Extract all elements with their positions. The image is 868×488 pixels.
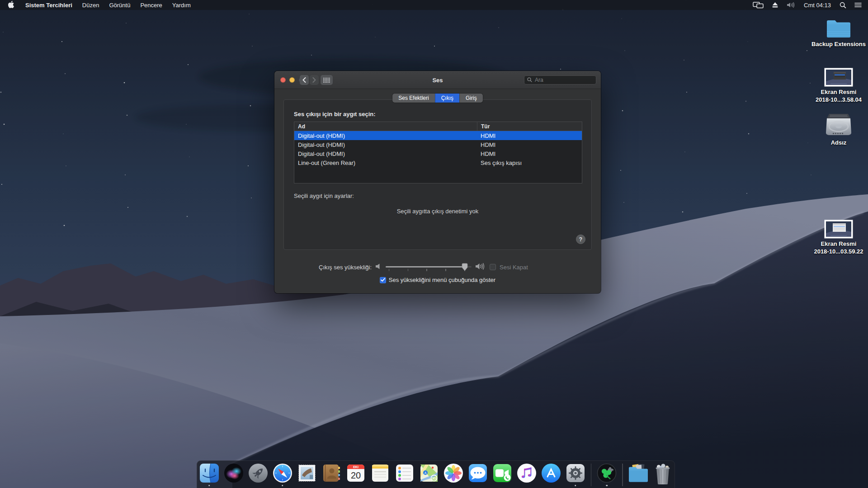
search-icon: [527, 76, 532, 84]
desktop: Sistem TercihleriDüzenGörüntüPencereYard…: [0, 0, 868, 488]
dock-item-maps[interactable]: A3D: [419, 463, 439, 487]
dock-item-mail[interactable]: [297, 463, 317, 487]
desktop-icon-label: Ekran Resmi: [811, 240, 867, 248]
menu-düzen[interactable]: Düzen: [77, 0, 104, 10]
dock-item-itunes[interactable]: [517, 463, 537, 487]
desktop-icon-disk[interactable]: Adsız: [811, 113, 867, 147]
close-button[interactable]: [280, 77, 286, 83]
device-row[interactable]: Digital-out (HDMI)HDMI: [294, 140, 582, 149]
contacts-icon: [321, 463, 341, 487]
svg-text:3D: 3D: [432, 476, 436, 480]
siri-icon: [224, 463, 244, 487]
search-field[interactable]: [524, 75, 596, 84]
dock-item-calendar[interactable]: EKI20: [346, 463, 366, 487]
dock-item-launchpad[interactable]: [248, 463, 268, 487]
search-input[interactable]: [534, 76, 593, 84]
svg-text:EKI: EKI: [353, 465, 359, 469]
volume-icon[interactable]: [783, 0, 799, 10]
desktop-icon-label: Backup Extensions: [811, 41, 867, 48]
column-header-tur[interactable]: Tür: [477, 122, 582, 131]
menubar-volume-toggle-row: Ses yüksekliğini menü çubuğunda göster: [274, 277, 601, 283]
tab-ses-efektleri[interactable]: Ses Efektleri: [392, 94, 434, 103]
calendar-icon: EKI20: [346, 463, 366, 487]
dock-item-appstore[interactable]: [541, 463, 561, 487]
tab-giriş[interactable]: Giriş: [459, 94, 483, 103]
facetime-icon: [492, 463, 512, 487]
dock-item-messages[interactable]: [468, 463, 488, 487]
menu-pencere[interactable]: Pencere: [135, 0, 167, 10]
dock-item-reminders[interactable]: [395, 463, 415, 487]
spotlight-icon[interactable]: [835, 0, 850, 10]
dock: EKI20A3D: [197, 460, 675, 488]
help-button[interactable]: ?: [576, 235, 585, 244]
desktop-icon-screenshot[interactable]: Ekran Resmi2018-10...3.58.04: [811, 68, 867, 103]
sound-tabs: Ses EfektleriÇıkışGiriş: [392, 94, 482, 103]
dock-item-photos[interactable]: [443, 463, 463, 487]
itunes-icon: [517, 463, 537, 487]
downloads-folder-icon: [627, 463, 649, 487]
messages-icon: [468, 463, 488, 487]
menu-app-name[interactable]: Sistem Tercihleri: [20, 0, 77, 10]
slider-tick: [426, 269, 427, 271]
disk-icon: [811, 113, 867, 137]
back-button[interactable]: [300, 75, 309, 85]
dock-item-trash-full[interactable]: [653, 463, 673, 487]
window-titlebar[interactable]: Ses: [274, 71, 601, 89]
dock-separator: [591, 464, 592, 486]
dock-item-finder[interactable]: [199, 463, 219, 487]
notification-center-icon[interactable]: [850, 0, 868, 10]
forward-button[interactable]: [310, 75, 319, 85]
column-header-ad[interactable]: Ad: [294, 122, 477, 131]
finder-icon: [199, 463, 219, 487]
desktop-icon-folder[interactable]: Backup Extensions: [811, 18, 867, 48]
show-all-button[interactable]: [321, 75, 333, 85]
trash-full-icon: [653, 463, 673, 487]
dock-item-siri[interactable]: [224, 463, 244, 487]
device-row[interactable]: Digital-out (HDMI)HDMI: [294, 149, 582, 158]
output-devices-table: Ad Tür Digital-out (HDMI)HDMIDigital-out…: [294, 122, 582, 183]
device-row[interactable]: Digital-out (HDMI)HDMI: [294, 131, 582, 140]
eject-icon[interactable]: [768, 0, 783, 10]
mail-icon: [297, 463, 317, 487]
show-volume-checkbox[interactable]: [380, 277, 386, 283]
displays-icon[interactable]: [749, 0, 768, 10]
dock-item-safari[interactable]: [273, 463, 292, 487]
tab-çıkış[interactable]: Çıkış: [435, 94, 459, 103]
svg-text:20: 20: [350, 470, 360, 480]
no-output-controls-message: Seçili aygıtta çıkış denetimi yok: [284, 208, 591, 215]
desktop-icon-label: 2018-10...3.58.04: [811, 96, 867, 104]
clover-configurator-icon: [597, 463, 617, 487]
folder-icon: [811, 18, 867, 39]
speaker-loud-icon: [475, 263, 486, 272]
window-body: Ses EfektleriÇıkışGiriş Ses çıkışı için …: [274, 89, 601, 293]
table-header: Ad Tür: [294, 122, 582, 131]
photos-icon: [443, 463, 463, 487]
dock-item-facetime[interactable]: [492, 463, 512, 487]
running-indicator: [208, 485, 210, 487]
desktop-icon-screenshot2[interactable]: Ekran Resmi2018-10...03.59.22: [811, 220, 867, 255]
safari-icon: [273, 463, 292, 487]
menu-clock[interactable]: Cmt 04:13: [799, 2, 835, 9]
dock-item-downloads-folder[interactable]: [628, 463, 648, 487]
menu-görüntü[interactable]: Görüntü: [104, 0, 135, 10]
running-indicator: [575, 485, 576, 487]
dock-item-contacts[interactable]: [321, 463, 341, 487]
device-name-cell: Line-out (Green Rear): [294, 158, 477, 167]
minimize-button[interactable]: [289, 77, 295, 83]
device-select-heading: Ses çıkışı için bir aygıt seçin:: [294, 111, 376, 117]
running-indicator: [282, 485, 283, 487]
settings-heading: Seçili aygıt için ayarlar:: [294, 192, 354, 199]
volume-label: Çıkış ses yüksekliği:: [319, 264, 372, 271]
dock-item-clover-configurator[interactable]: [597, 463, 617, 487]
menu-yardım[interactable]: Yardım: [167, 0, 196, 10]
volume-slider-thumb[interactable]: [462, 263, 468, 273]
dock-item-system-preferences[interactable]: [566, 463, 585, 487]
apple-menu[interactable]: [0, 0, 20, 10]
slider-tick: [389, 269, 390, 271]
volume-slider[interactable]: [386, 262, 472, 272]
dock-item-notes[interactable]: [370, 463, 390, 487]
device-row[interactable]: Line-out (Green Rear)Ses çıkış kapısı: [294, 158, 582, 167]
dock-separator: [622, 464, 623, 486]
apple-logo-icon: [8, 1, 14, 9]
output-volume-row: Çıkış ses yüksekliği: Sesi Kapat: [319, 263, 528, 272]
